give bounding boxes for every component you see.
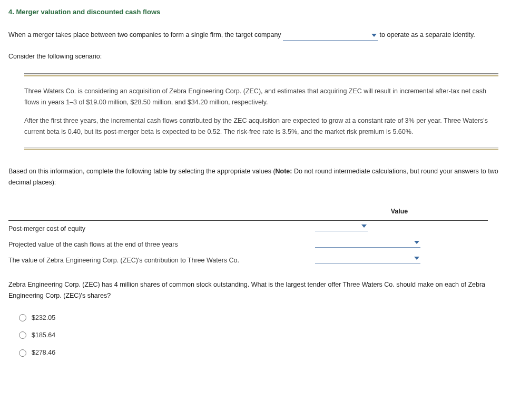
instructions-bold: Note:	[276, 168, 292, 175]
radio-group: $232.05 $185.64 $278.46	[19, 312, 522, 359]
intro-blank-dropdown[interactable]	[283, 32, 378, 41]
radio-icon	[19, 349, 26, 357]
section-heading: 4. Merger valuation and discounted cash …	[8, 6, 522, 18]
scenario-box: Three Waters Co. is considering an acqui…	[24, 73, 498, 150]
row-label: The value of Zebra Engineering Corp. (ZE…	[8, 253, 311, 269]
radio-option-1[interactable]: $232.05	[19, 312, 522, 324]
chevron-down-icon	[414, 241, 419, 244]
radio-icon	[19, 314, 26, 321]
scenario-p2: After the first three years, the increme…	[24, 115, 498, 138]
chevron-down-icon	[371, 34, 377, 37]
instructions-before: Based on this information, complete the …	[8, 168, 276, 175]
row-label: Projected value of the cash flows at the…	[8, 237, 311, 253]
table-row: Post-merger cost of equity	[8, 221, 488, 237]
table-header-value: Value	[311, 203, 488, 221]
consider-label: Consider the following scenario:	[8, 51, 522, 62]
intro-paragraph: When a merger takes place between two co…	[8, 30, 522, 41]
intro-text-before: When a merger takes place between two co…	[8, 31, 283, 38]
radio-label: $185.64	[32, 330, 55, 341]
row-dropdown-contribution-value[interactable]	[315, 255, 420, 263]
table-row: Projected value of the cash flows at the…	[8, 237, 488, 253]
row-dropdown-cost-equity[interactable]	[315, 222, 368, 231]
row-label: Post-merger cost of equity	[8, 221, 311, 237]
table-header-blank	[8, 203, 311, 221]
chevron-down-icon	[414, 257, 419, 260]
radio-icon	[19, 331, 26, 339]
intro-text-after: to operate as a separate identity.	[380, 31, 475, 38]
row-dropdown-projected-value[interactable]	[315, 239, 420, 248]
radio-option-2[interactable]: $185.64	[19, 330, 522, 341]
value-table: Value Post-merger cost of equity Project…	[8, 203, 488, 269]
table-row: The value of Zebra Engineering Corp. (ZE…	[8, 253, 488, 269]
divider-bottom	[24, 148, 498, 150]
radio-option-3[interactable]: $278.46	[19, 347, 522, 358]
scenario-p1: Three Waters Co. is considering an acqui…	[24, 86, 498, 109]
divider-top	[24, 73, 498, 76]
instructions: Based on this information, complete the …	[8, 166, 522, 189]
radio-label: $278.46	[32, 347, 55, 358]
question-2: Zebra Engineering Corp. (ZEC) has 4 mill…	[8, 279, 522, 302]
chevron-down-icon	[361, 224, 367, 228]
radio-label: $232.05	[32, 312, 55, 324]
